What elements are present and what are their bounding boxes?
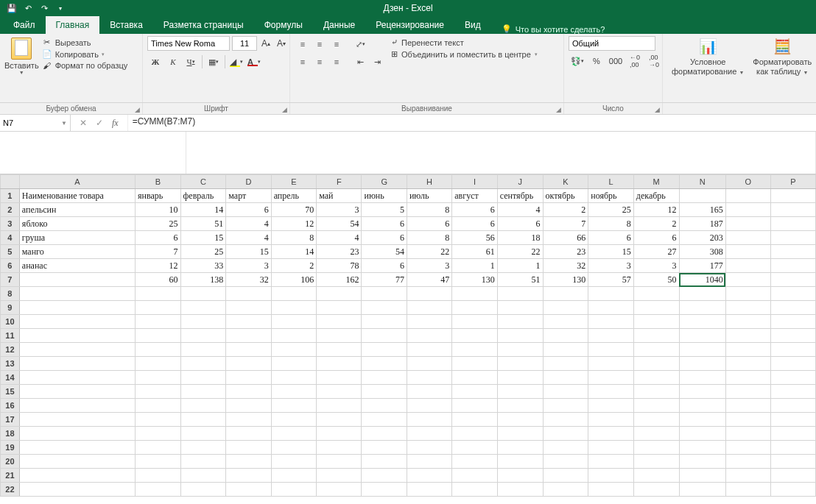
- cell[interactable]: [226, 455, 271, 469]
- copy-button[interactable]: 📄Копировать ▾: [42, 49, 128, 59]
- cell[interactable]: 25: [588, 203, 634, 217]
- cell[interactable]: [543, 301, 588, 315]
- cell[interactable]: [633, 385, 679, 399]
- cell[interactable]: 3: [588, 259, 634, 273]
- cell[interactable]: [588, 413, 634, 427]
- select-all-corner[interactable]: [1, 175, 20, 189]
- cancel-formula-icon[interactable]: ✕: [80, 118, 87, 128]
- cell[interactable]: [497, 413, 543, 427]
- cell[interactable]: [770, 399, 815, 413]
- cell[interactable]: [725, 231, 770, 245]
- cell[interactable]: [407, 455, 451, 469]
- column-header[interactable]: J: [497, 175, 543, 189]
- cell[interactable]: [271, 413, 317, 427]
- cell[interactable]: [271, 399, 317, 413]
- cell[interactable]: [452, 371, 498, 385]
- tab-view[interactable]: Вид: [454, 16, 491, 34]
- cell[interactable]: [407, 385, 451, 399]
- cell[interactable]: [180, 357, 226, 371]
- cell[interactable]: [770, 455, 815, 469]
- enter-formula-icon[interactable]: ✓: [96, 118, 103, 128]
- cell[interactable]: [19, 469, 135, 483]
- cell[interactable]: [452, 385, 498, 399]
- cell[interactable]: [497, 483, 543, 497]
- cell[interactable]: 6: [226, 203, 271, 217]
- bold-button[interactable]: Ж: [147, 54, 163, 70]
- cell[interactable]: [407, 301, 451, 315]
- cell[interactable]: [633, 329, 679, 343]
- cell[interactable]: [770, 315, 815, 329]
- cell[interactable]: 6: [452, 203, 498, 217]
- cell[interactable]: [180, 329, 226, 343]
- cell[interactable]: 3: [226, 259, 271, 273]
- cell[interactable]: [725, 343, 770, 357]
- cell[interactable]: [362, 315, 407, 329]
- font-color-button[interactable]: А ▾: [246, 54, 262, 70]
- cell[interactable]: [19, 483, 135, 497]
- dialog-launcher-icon[interactable]: ◢: [655, 106, 660, 113]
- save-icon[interactable]: 💾: [6, 2, 18, 14]
- cell[interactable]: [633, 413, 679, 427]
- cell[interactable]: [271, 329, 317, 343]
- grow-font-button[interactable]: A▴: [259, 36, 272, 51]
- cell[interactable]: [19, 413, 135, 427]
- cell[interactable]: [271, 315, 317, 329]
- cell[interactable]: 77: [362, 273, 407, 287]
- cell[interactable]: 130: [452, 273, 498, 287]
- tab-file[interactable]: Файл: [3, 16, 46, 34]
- accounting-format-button[interactable]: 💱▾: [569, 53, 586, 69]
- row-header[interactable]: 20: [1, 455, 20, 469]
- cell[interactable]: [407, 483, 451, 497]
- cell[interactable]: [19, 287, 135, 301]
- cell[interactable]: [180, 455, 226, 469]
- column-header[interactable]: F: [317, 175, 362, 189]
- cell[interactable]: [180, 469, 226, 483]
- cell[interactable]: 6: [362, 231, 407, 245]
- cell[interactable]: [452, 483, 498, 497]
- cell[interactable]: [588, 287, 634, 301]
- cell[interactable]: [543, 399, 588, 413]
- cell[interactable]: [543, 343, 588, 357]
- cell[interactable]: [497, 371, 543, 385]
- cell[interactable]: [362, 427, 407, 441]
- cell[interactable]: [226, 343, 271, 357]
- cell[interactable]: 56: [452, 231, 498, 245]
- cell[interactable]: [136, 343, 181, 357]
- column-header[interactable]: H: [407, 175, 451, 189]
- cell[interactable]: 22: [497, 245, 543, 259]
- italic-button[interactable]: К: [165, 54, 181, 70]
- cell[interactable]: [588, 455, 634, 469]
- cell[interactable]: 6: [452, 217, 498, 231]
- cell[interactable]: ананас: [19, 259, 135, 273]
- cell[interactable]: [19, 343, 135, 357]
- cell[interactable]: 27: [633, 245, 679, 259]
- cell[interactable]: [407, 441, 451, 455]
- row-header[interactable]: 10: [1, 315, 20, 329]
- cell[interactable]: [679, 287, 725, 301]
- tell-me-search[interactable]: 💡 Что вы хотите сделать?: [502, 24, 605, 34]
- cell[interactable]: [180, 315, 226, 329]
- cell[interactable]: [452, 315, 498, 329]
- row-header[interactable]: 14: [1, 371, 20, 385]
- cell[interactable]: [588, 427, 634, 441]
- cell[interactable]: [679, 385, 725, 399]
- cell[interactable]: [588, 343, 634, 357]
- row-header[interactable]: 9: [1, 301, 20, 315]
- cell[interactable]: [271, 371, 317, 385]
- cell[interactable]: [362, 469, 407, 483]
- cell[interactable]: [588, 469, 634, 483]
- cell[interactable]: [19, 441, 135, 455]
- cell[interactable]: [226, 315, 271, 329]
- tab-home[interactable]: Главная: [46, 16, 100, 34]
- tab-insert[interactable]: Вставка: [99, 16, 153, 34]
- cell[interactable]: [770, 287, 815, 301]
- font-size-select[interactable]: [232, 36, 257, 51]
- cell[interactable]: [226, 287, 271, 301]
- cell[interactable]: [497, 329, 543, 343]
- cell[interactable]: [317, 385, 362, 399]
- column-header[interactable]: A: [19, 175, 135, 189]
- cell[interactable]: [136, 441, 181, 455]
- cell[interactable]: [679, 441, 725, 455]
- row-header[interactable]: 8: [1, 287, 20, 301]
- cell[interactable]: [543, 413, 588, 427]
